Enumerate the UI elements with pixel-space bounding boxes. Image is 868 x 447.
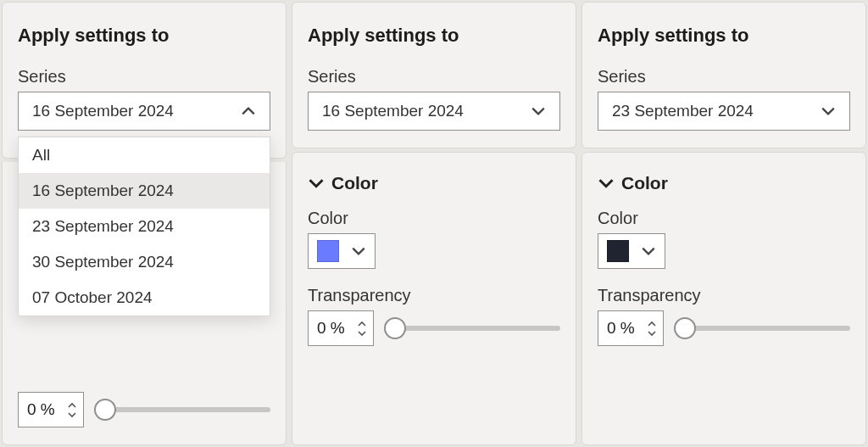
- chevron-up-icon: [241, 103, 256, 119]
- apply-settings-title: Apply settings to: [598, 25, 850, 47]
- color-section-title: Color: [621, 173, 668, 193]
- transparency-step-down[interactable]: [646, 328, 658, 338]
- slider-thumb[interactable]: [674, 317, 696, 339]
- series-dropdown-list[interactable]: All 16 September 2024 23 September 2024 …: [18, 137, 270, 316]
- apply-settings-title: Apply settings to: [308, 25, 560, 47]
- series-label: Series: [18, 67, 270, 87]
- transparency-label: Transparency: [308, 286, 560, 305]
- apply-settings-card: Apply settings to Series 23 September 20…: [581, 2, 866, 148]
- series-option-4[interactable]: 07 October 2024: [19, 280, 270, 316]
- apply-settings-card: Apply settings to Series 16 September 20…: [292, 2, 576, 148]
- transparency-input[interactable]: 0 %: [598, 310, 664, 346]
- slider-thumb[interactable]: [94, 399, 116, 421]
- apply-settings-title: Apply settings to: [18, 25, 270, 47]
- series-select-value: 23 September 2024: [612, 102, 754, 120]
- transparency-label: Transparency: [598, 286, 850, 305]
- series-select[interactable]: 23 September 2024: [598, 92, 850, 131]
- slider-track: [96, 407, 270, 412]
- color-swatch: [317, 240, 339, 262]
- series-option-3[interactable]: 30 September 2024: [19, 244, 270, 280]
- chevron-down-icon: [351, 243, 366, 259]
- series-select-value: 16 September 2024: [32, 102, 174, 120]
- chevron-down-icon: [531, 103, 546, 119]
- color-card: Color Color Transparency 0 %: [292, 152, 576, 445]
- transparency-slider[interactable]: [96, 396, 270, 423]
- settings-panel-3: Apply settings to Series 23 September 20…: [580, 0, 868, 447]
- transparency-step-down[interactable]: [356, 328, 368, 338]
- transparency-value: 0 %: [27, 400, 58, 419]
- series-label: Series: [598, 67, 850, 87]
- slider-track: [676, 326, 850, 331]
- color-section-title: Color: [331, 173, 378, 193]
- color-picker[interactable]: [308, 233, 376, 269]
- color-section-toggle[interactable]: Color: [308, 173, 560, 193]
- color-label: Color: [598, 209, 850, 228]
- chevron-down-icon: [308, 175, 325, 192]
- chevron-down-icon: [641, 243, 656, 259]
- color-picker[interactable]: [598, 233, 665, 269]
- color-label: Color: [308, 209, 560, 228]
- transparency-slider[interactable]: [386, 315, 560, 342]
- series-select[interactable]: 16 September 2024 All 16 September 2024 …: [18, 92, 270, 131]
- transparency-slider[interactable]: [676, 315, 850, 342]
- series-option-1[interactable]: 16 September 2024: [19, 173, 270, 209]
- transparency-value: 0 %: [607, 319, 637, 338]
- transparency-step-up[interactable]: [356, 318, 368, 328]
- series-option-2[interactable]: 23 September 2024: [19, 209, 270, 244]
- transparency-step-up[interactable]: [646, 318, 658, 328]
- settings-panel-2: Apply settings to Series 16 September 20…: [290, 0, 578, 447]
- slider-track: [386, 326, 560, 331]
- apply-settings-card: Apply settings to Series 16 September 20…: [2, 2, 287, 159]
- settings-panel-1: Apply settings to Series 16 September 20…: [0, 0, 288, 447]
- transparency-step-up[interactable]: [66, 400, 78, 410]
- transparency-value: 0 %: [317, 319, 348, 338]
- series-select[interactable]: 16 September 2024: [308, 92, 560, 131]
- transparency-input[interactable]: 0 %: [308, 310, 374, 346]
- color-section-toggle[interactable]: Color: [598, 173, 850, 193]
- color-swatch: [607, 240, 629, 262]
- chevron-down-icon: [598, 175, 615, 192]
- series-select-value: 16 September 2024: [322, 102, 464, 120]
- series-label: Series: [308, 67, 560, 87]
- chevron-down-icon: [821, 103, 836, 119]
- color-card: Color Color Transparency 0 %: [581, 152, 866, 445]
- slider-thumb[interactable]: [384, 317, 406, 339]
- transparency-input[interactable]: 0 %: [18, 392, 84, 427]
- transparency-step-down[interactable]: [66, 410, 78, 420]
- series-option-all[interactable]: All: [19, 137, 270, 173]
